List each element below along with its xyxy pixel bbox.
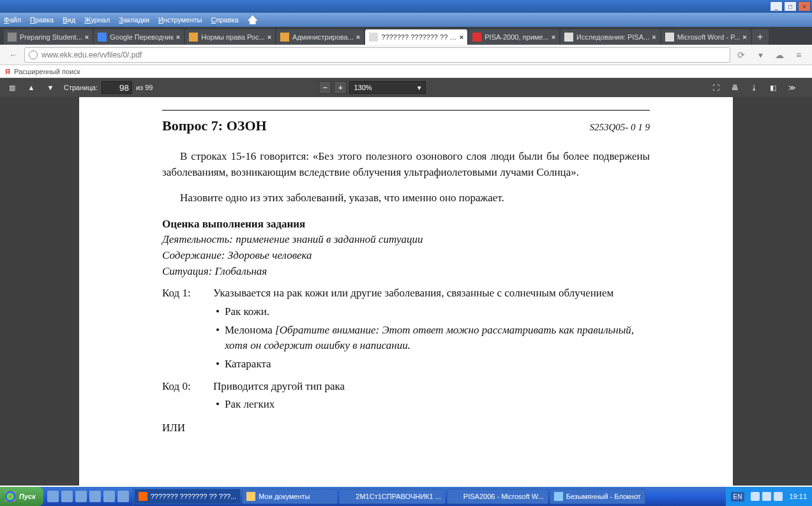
zoom-out-button[interactable]: − [319, 81, 331, 94]
situation-line: Ситуация: Глобальная [162, 264, 650, 280]
windows-logo-icon [5, 491, 15, 502]
code-0-text: Приводится другой тип рака [213, 379, 650, 395]
menu-journal[interactable]: Журнал [84, 16, 110, 24]
tab-label: Исследования: PISA... [576, 33, 649, 41]
back-button[interactable]: ← [5, 47, 22, 63]
chat-icon[interactable]: ☁ [771, 47, 788, 63]
zoom-in-button[interactable]: + [334, 81, 347, 94]
task-0[interactable]: ??????? ??????? ?? ???... [134, 489, 241, 504]
task-icon [554, 492, 563, 501]
menu-edit[interactable]: Правка [30, 16, 54, 24]
tab-2[interactable]: Нормы права Рос...× [185, 29, 275, 45]
tab-label: ??????? ??????? ?? ????... [381, 33, 457, 41]
favicon [564, 33, 573, 42]
print-icon[interactable]: 🖶 [729, 82, 741, 93]
url-text: www.ekk.edu.ee/vvfiles/0/.pdf [41, 50, 142, 59]
paragraph-1: В строках 15-16 говорится: «Без этого по… [162, 149, 650, 180]
bullet-4: Рак легких [225, 397, 274, 413]
content-line: Содержание: Здоровье человека [162, 248, 650, 264]
maximize-button[interactable]: □ [784, 1, 797, 12]
tab-4[interactable]: ??????? ??????? ?? ????...× [365, 29, 467, 45]
favicon [8, 33, 17, 42]
task-label: ??????? ??????? ?? ???... [151, 493, 237, 500]
page-up-icon[interactable]: ▲ [26, 82, 37, 93]
start-button[interactable]: Пуск [0, 487, 43, 506]
page-total: из 99 [136, 84, 153, 91]
page-label: Страница: [64, 84, 98, 91]
task-1[interactable]: Мои документы [242, 489, 338, 504]
favicon [665, 33, 674, 42]
ql-icon-2[interactable] [61, 491, 73, 502]
task-icon [451, 492, 460, 501]
bullet-3: Катаракта [225, 356, 271, 372]
tab-3[interactable]: Администрирова...× [276, 29, 364, 45]
ql-icon-5[interactable] [103, 491, 115, 502]
tab-0[interactable]: Preparing Student...× [4, 29, 93, 45]
task-label: Безымянный - Блокнот [566, 493, 641, 500]
ql-icon-1[interactable] [47, 491, 59, 502]
ql-icon-3[interactable] [75, 491, 87, 502]
ql-icon-6[interactable] [117, 491, 129, 502]
tab-close-icon[interactable]: × [85, 33, 89, 41]
task-3[interactable]: PISA2006 - Microsoft W... [447, 489, 548, 504]
tools-icon[interactable]: ≫ [786, 82, 798, 93]
tab-close-icon[interactable]: × [356, 33, 360, 41]
activity-line: Деятельность: применение знаний в заданн… [162, 232, 650, 248]
tab-close-icon[interactable]: × [652, 33, 656, 41]
tab-1[interactable]: Google Переводчик× [94, 29, 184, 45]
home-icon[interactable] [248, 15, 258, 24]
tab-5[interactable]: PISA-2000, приме...× [469, 29, 559, 45]
language-indicator[interactable]: EN [731, 492, 745, 502]
tab-close-icon[interactable]: × [552, 33, 555, 41]
menu-bookmarks[interactable]: Закладки [119, 16, 149, 24]
bookmark-search-link[interactable]: Расширенный поиск [14, 68, 80, 75]
pdf-viewport[interactable]: Вопрос 7: ОЗОН S253Q05- 0 1 9 В строках … [0, 97, 812, 486]
download-icon[interactable]: ⭳ [748, 82, 760, 93]
menu-view[interactable]: Вид [63, 16, 75, 24]
task-icon [246, 492, 255, 501]
clock[interactable]: 19:11 [789, 493, 807, 500]
url-input[interactable]: www.ekk.edu.ee/vvfiles/0/.pdf [24, 47, 730, 63]
menu-icon[interactable]: ≡ [790, 47, 807, 63]
close-button[interactable]: × [798, 1, 811, 12]
tray-icon-2[interactable] [762, 492, 771, 501]
window-titlebar: _ □ × [0, 0, 812, 13]
tab-7[interactable]: Microsoft Word - P...× [661, 29, 751, 45]
favicon [369, 33, 378, 42]
task-icon [343, 492, 352, 501]
tab-close-icon[interactable]: × [742, 33, 746, 41]
menu-tools[interactable]: Инструменты [158, 16, 202, 24]
tab-label: Preparing Student... [20, 33, 82, 41]
browser-menubar: ФФайлайл Правка Вид Журнал Закладки Инст… [0, 13, 812, 27]
page-input[interactable] [102, 81, 132, 94]
zoom-value: 130% [354, 84, 372, 91]
minimize-button[interactable]: _ [770, 1, 783, 12]
fullscreen-icon[interactable]: ⛶ [710, 82, 721, 93]
zoom-select[interactable]: 130%▾ [349, 81, 426, 94]
menu-help[interactable]: Справка [211, 16, 239, 24]
system-tray: EN 19:11 [726, 487, 812, 506]
start-label: Пуск [19, 493, 36, 500]
tray-icon-1[interactable] [751, 492, 760, 501]
reload-button[interactable]: ⟳ [733, 47, 749, 63]
favicon [472, 33, 481, 42]
task-label: PISA2006 - Microsoft W... [463, 493, 544, 500]
page-down-icon[interactable]: ▼ [45, 82, 56, 93]
tab-close-icon[interactable]: × [460, 33, 463, 41]
new-tab-button[interactable]: + [752, 29, 769, 45]
pdf-page: Вопрос 7: ОЗОН S253Q05- 0 1 9 В строках … [79, 97, 733, 486]
ql-icon-4[interactable] [89, 491, 101, 502]
task-2[interactable]: 2М1Ст1СПРАВОЧНИК1 ... [339, 489, 446, 504]
pocket-icon[interactable]: ▾ [752, 47, 769, 63]
task-4[interactable]: Безымянный - Блокнот [550, 489, 645, 504]
tray-icon-3[interactable] [774, 492, 783, 501]
menu-file[interactable]: ФФайлайл [4, 16, 21, 24]
bookmark-icon[interactable]: ◧ [767, 82, 779, 93]
sidebar-toggle-icon[interactable]: ▥ [6, 82, 18, 93]
tab-close-icon[interactable]: × [176, 33, 180, 41]
paragraph-2: Назовите одно из этих заболеваний, указа… [162, 190, 650, 206]
tab-label: Нормы права Рос... [201, 33, 264, 41]
tab-6[interactable]: Исследования: PISA...× [560, 29, 660, 45]
tab-close-icon[interactable]: × [267, 33, 271, 41]
tab-label: Microsoft Word - P... [677, 33, 741, 41]
